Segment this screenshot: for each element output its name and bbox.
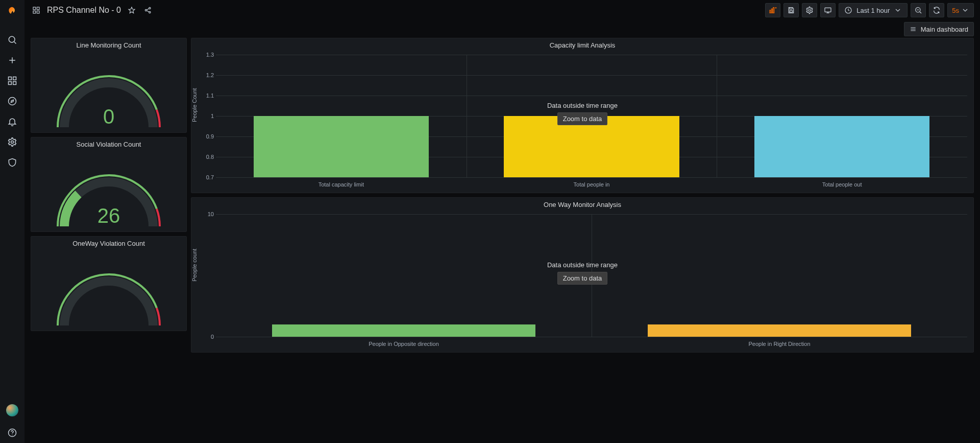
compass-icon[interactable] bbox=[0, 91, 24, 111]
y-axis-label: People Count bbox=[191, 88, 198, 122]
topbar: RPS Channel No - 0 Last 1 hour 5s bbox=[24, 0, 980, 20]
y-tick: 1.2 bbox=[199, 72, 214, 78]
svg-rect-6 bbox=[9, 82, 12, 85]
panel-title: Capacity limit Analysis bbox=[191, 38, 973, 52]
refresh-button[interactable] bbox=[929, 3, 944, 17]
panel-social-violation-count[interactable]: Social Violation Count 26 bbox=[31, 137, 187, 232]
svg-rect-28 bbox=[790, 8, 793, 9]
y-tick: 1.1 bbox=[199, 92, 214, 99]
x-category-label: Total capacity limit bbox=[318, 181, 364, 188]
user-avatar[interactable] bbox=[6, 404, 18, 416]
panel-capacity-limit-analysis[interactable]: Capacity limit Analysis People Count 0.7… bbox=[191, 38, 974, 193]
panel-title: Line Monitoring Count bbox=[31, 38, 186, 52]
zoom-out-button[interactable] bbox=[911, 3, 926, 17]
chart-bar bbox=[754, 116, 929, 177]
chevron-down-icon bbox=[961, 6, 969, 14]
gauge-svg bbox=[53, 259, 165, 331]
submenu: Main dashboard bbox=[24, 20, 980, 38]
panel-title: Social Violation Count bbox=[31, 137, 186, 151]
svg-point-8 bbox=[9, 98, 16, 105]
time-range-label: Last 1 hour bbox=[856, 7, 890, 14]
y-tick: 0.9 bbox=[199, 133, 214, 139]
x-category-label: Total people out bbox=[822, 181, 862, 188]
main-dashboard-link[interactable]: Main dashboard bbox=[904, 22, 974, 36]
panel-one-way-monitor-analysis[interactable]: One Way Monitor Analysis People count 01… bbox=[191, 197, 974, 353]
svg-line-1 bbox=[14, 42, 16, 44]
save-dashboard-button[interactable] bbox=[783, 3, 799, 17]
dashboards-breadcrumb-icon[interactable] bbox=[31, 5, 42, 16]
x-category-label: People in Opposite direction bbox=[369, 341, 439, 347]
chart-bar bbox=[272, 324, 535, 337]
svg-rect-14 bbox=[37, 7, 39, 10]
chart-bar bbox=[648, 324, 911, 337]
shield-icon[interactable] bbox=[0, 152, 24, 173]
svg-rect-13 bbox=[33, 7, 36, 10]
svg-rect-7 bbox=[13, 82, 16, 85]
svg-rect-16 bbox=[37, 11, 39, 13]
svg-marker-9 bbox=[11, 100, 14, 103]
add-panel-button[interactable] bbox=[765, 3, 780, 17]
y-tick: 1.3 bbox=[199, 52, 214, 58]
gauge-value: 26 bbox=[31, 204, 186, 227]
svg-line-36 bbox=[920, 12, 921, 13]
refresh-interval-label: 5s bbox=[952, 7, 959, 14]
cycle-view-button[interactable] bbox=[820, 3, 836, 17]
grafana-logo[interactable] bbox=[4, 3, 20, 19]
zoom-to-data-button[interactable]: Zoom to data bbox=[557, 112, 608, 125]
gauge-value: 0 bbox=[31, 105, 186, 128]
overlay-message: Data outside time range bbox=[547, 102, 618, 109]
svg-line-21 bbox=[146, 9, 149, 10]
chart-bar bbox=[254, 116, 429, 177]
search-icon[interactable] bbox=[0, 30, 24, 50]
svg-point-30 bbox=[808, 9, 811, 11]
bell-icon[interactable] bbox=[0, 111, 24, 132]
svg-rect-5 bbox=[13, 77, 16, 80]
svg-line-22 bbox=[146, 11, 149, 12]
svg-rect-31 bbox=[825, 8, 831, 12]
main-dashboard-link-label: Main dashboard bbox=[921, 26, 968, 33]
zoom-to-data-button[interactable]: Zoom to data bbox=[557, 272, 608, 285]
svg-rect-24 bbox=[772, 9, 773, 13]
dashboard-title[interactable]: RPS Channel No - 0 bbox=[47, 6, 121, 15]
svg-point-10 bbox=[11, 141, 14, 144]
share-icon[interactable] bbox=[142, 5, 154, 16]
gear-icon[interactable] bbox=[0, 132, 24, 152]
x-category-label: Total people in bbox=[574, 181, 610, 188]
y-tick: 0 bbox=[199, 334, 214, 340]
svg-rect-15 bbox=[33, 11, 36, 13]
dashboards-icon[interactable] bbox=[0, 71, 24, 91]
x-category-label: People in Right Direction bbox=[748, 341, 810, 347]
dashboard-grid: Line Monitoring Count 0 Social Violation… bbox=[24, 38, 980, 443]
svg-rect-25 bbox=[773, 8, 774, 13]
time-range-picker[interactable]: Last 1 hour bbox=[839, 3, 908, 17]
refresh-interval-picker[interactable]: 5s bbox=[947, 3, 974, 17]
star-icon[interactable] bbox=[126, 5, 137, 16]
y-tick: 1 bbox=[199, 113, 214, 119]
svg-rect-23 bbox=[770, 10, 771, 13]
panel-title: One Way Monitor Analysis bbox=[191, 198, 973, 211]
svg-point-0 bbox=[9, 36, 15, 42]
help-icon[interactable] bbox=[0, 423, 24, 443]
list-icon bbox=[910, 26, 917, 33]
dashboard-settings-button[interactable] bbox=[802, 3, 817, 17]
sidebar bbox=[0, 0, 24, 443]
chevron-down-icon bbox=[894, 6, 902, 14]
svg-point-12 bbox=[12, 435, 12, 435]
svg-marker-17 bbox=[129, 7, 135, 13]
main: RPS Channel No - 0 Last 1 hour 5s bbox=[24, 0, 980, 443]
panel-line-monitoring-count[interactable]: Line Monitoring Count 0 bbox=[31, 38, 187, 133]
plus-icon[interactable] bbox=[0, 50, 24, 71]
panel-oneway-violation-count[interactable]: OneWay Violation Count bbox=[31, 236, 187, 331]
panel-title: OneWay Violation Count bbox=[31, 237, 186, 250]
y-tick: 10 bbox=[199, 211, 214, 217]
y-axis-label: People count bbox=[191, 249, 198, 282]
y-tick: 0.8 bbox=[199, 154, 214, 160]
overlay-message: Data outside time range bbox=[547, 261, 618, 269]
svg-rect-29 bbox=[790, 11, 793, 12]
svg-rect-4 bbox=[9, 77, 12, 80]
y-tick: 0.7 bbox=[199, 174, 214, 180]
